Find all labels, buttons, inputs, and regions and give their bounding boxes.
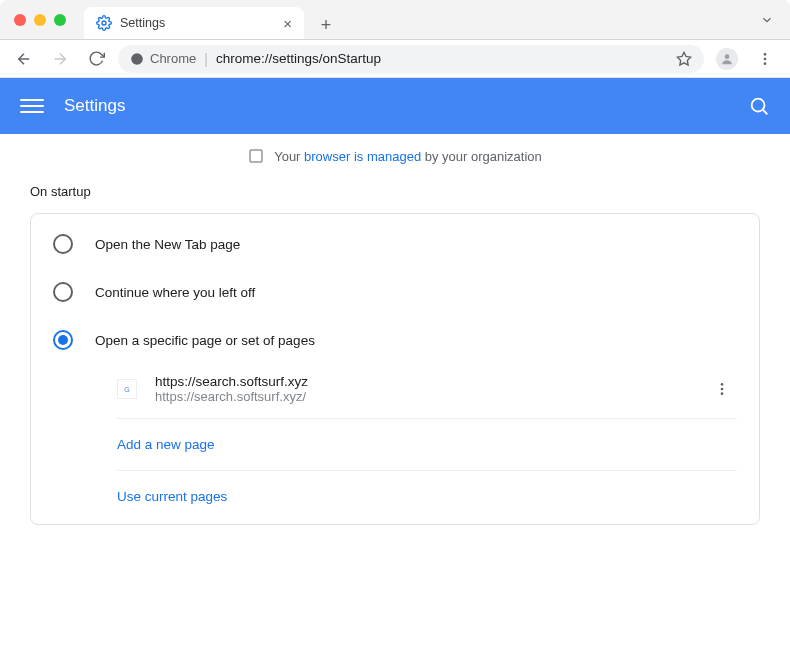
add-new-page-link[interactable]: Add a new page: [31, 423, 759, 466]
svg-rect-11: [250, 150, 262, 162]
management-banner: Your browser is managed by your organiza…: [0, 134, 790, 184]
page-texts: https://search.softsurf.xyz https://sear…: [155, 374, 308, 404]
banner-suffix: by your organization: [421, 149, 542, 164]
forward-button[interactable]: [46, 45, 74, 73]
browser-tab-settings[interactable]: Settings ×: [84, 7, 304, 39]
svg-point-22: [721, 388, 724, 391]
search-icon[interactable]: [748, 95, 770, 117]
maximize-window-button[interactable]: [54, 14, 66, 26]
settings-header: Settings: [0, 78, 790, 134]
svg-point-6: [764, 53, 767, 56]
browser-menu-button[interactable]: [750, 44, 780, 74]
svg-point-21: [721, 383, 724, 386]
bookmark-star-icon[interactable]: [676, 51, 692, 67]
url-text: chrome://settings/onStartup: [216, 51, 381, 66]
radio-open-specific-pages[interactable]: Open a specific page or set of pages: [31, 316, 759, 364]
section-title: On startup: [0, 184, 790, 213]
radio-continue-where-left-off[interactable]: Continue where you left off: [31, 268, 759, 316]
svg-point-9: [752, 99, 765, 112]
browser-managed-link[interactable]: browser is managed: [304, 149, 421, 164]
reload-button[interactable]: [82, 45, 110, 73]
svg-point-3: [131, 53, 143, 65]
svg-line-10: [763, 110, 767, 114]
back-button[interactable]: [10, 45, 38, 73]
startup-page-title: https://search.softsurf.xyz: [155, 374, 308, 389]
chrome-icon: [130, 52, 144, 66]
svg-point-23: [721, 392, 724, 395]
menu-icon[interactable]: [20, 94, 44, 118]
address-bar[interactable]: Chrome | chrome://settings/onStartup: [118, 45, 704, 73]
tab-title: Settings: [120, 16, 165, 30]
settings-title: Settings: [64, 96, 125, 116]
radio-label: Open a specific page or set of pages: [95, 333, 315, 348]
profile-avatar-button[interactable]: [712, 44, 742, 74]
browser-toolbar: Chrome | chrome://settings/onStartup: [0, 40, 790, 78]
svg-point-5: [725, 54, 730, 59]
startup-page-url: https://search.softsurf.xyz/: [155, 389, 308, 404]
radio-icon: [53, 282, 73, 302]
close-tab-button[interactable]: ×: [283, 15, 292, 32]
divider: [117, 418, 737, 419]
svg-point-0: [102, 21, 106, 25]
radio-label: Open the New Tab page: [95, 237, 240, 252]
new-tab-button[interactable]: +: [312, 11, 340, 39]
minimize-window-button[interactable]: [34, 14, 46, 26]
startup-card: Open the New Tab page Continue where you…: [30, 213, 760, 525]
banner-prefix: Your: [274, 149, 304, 164]
radio-label: Continue where you left off: [95, 285, 255, 300]
settings-content: Your browser is managed by your organiza…: [0, 134, 790, 659]
divider: [117, 470, 737, 471]
building-icon: [248, 148, 264, 164]
page-entry-menu-button[interactable]: [707, 374, 737, 404]
svg-point-8: [764, 62, 767, 65]
radio-icon: [53, 234, 73, 254]
startup-page-entry: G https://search.softsurf.xyz https://se…: [31, 364, 759, 414]
svg-marker-4: [677, 52, 690, 65]
tab-overflow-button[interactable]: [760, 13, 774, 27]
tab-strip: Settings × +: [84, 0, 340, 39]
site-label: Chrome: [150, 51, 196, 66]
page-favicon-icon: G: [117, 379, 137, 399]
radio-icon-selected: [53, 330, 73, 350]
radio-open-new-tab[interactable]: Open the New Tab page: [31, 220, 759, 268]
traffic-lights: [0, 14, 66, 26]
url-divider: |: [204, 51, 208, 67]
banner-text: Your browser is managed by your organiza…: [274, 149, 542, 164]
svg-point-7: [764, 57, 767, 60]
window-titlebar: Settings × +: [0, 0, 790, 40]
site-identity: Chrome: [130, 51, 196, 66]
gear-icon: [96, 15, 112, 31]
use-current-pages-link[interactable]: Use current pages: [31, 475, 759, 518]
close-window-button[interactable]: [14, 14, 26, 26]
